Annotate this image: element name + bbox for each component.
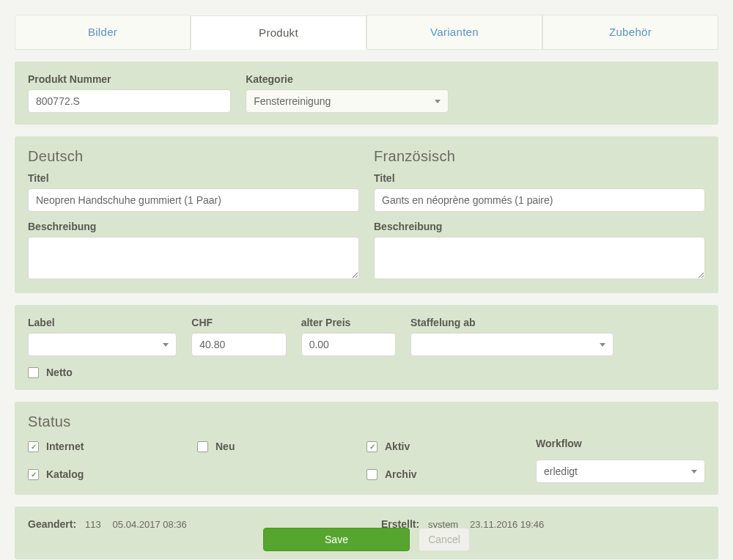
category-select[interactable]: Fensterreinigung <box>246 89 449 113</box>
german-title-input[interactable] <box>28 188 359 212</box>
workflow-select[interactable]: erledigt <box>536 460 705 483</box>
chevron-down-icon <box>435 100 441 103</box>
label-product-number: Produkt Nummer <box>28 73 231 85</box>
archiv-label: Archiv <box>385 468 417 480</box>
chevron-down-icon <box>691 470 697 474</box>
label-oldprice: alter Preis <box>301 317 396 328</box>
panel-status: Status Internet Neu Aktiv Workflow Katal… <box>15 402 718 495</box>
label-select[interactable] <box>28 333 177 356</box>
tier-select[interactable] <box>410 333 614 356</box>
save-button[interactable]: Save <box>263 528 410 551</box>
tab-produkt[interactable]: Produkt <box>191 15 366 50</box>
label-workflow: Workflow <box>536 438 705 449</box>
oldprice-input[interactable] <box>301 333 396 356</box>
chevron-down-icon <box>163 343 169 347</box>
chf-input[interactable] <box>191 333 286 356</box>
internet-label: Internet <box>46 441 84 452</box>
heading-french: Französisch <box>374 148 705 165</box>
heading-status: Status <box>28 413 705 430</box>
chevron-down-icon <box>600 343 605 347</box>
label-category: Kategorie <box>246 73 449 85</box>
netto-checkbox[interactable] <box>28 367 39 378</box>
label-tier: Staffelung ab <box>410 317 614 328</box>
workflow-select-value: erledigt <box>544 465 578 477</box>
label-german-title: Titel <box>28 172 359 184</box>
footer-bar: Save Cancel <box>0 522 733 559</box>
tab-bilder[interactable]: Bilder <box>15 15 191 49</box>
label-french-title: Titel <box>374 172 705 184</box>
aktiv-label: Aktiv <box>385 441 410 452</box>
katalog-checkbox[interactable] <box>28 469 39 480</box>
category-select-value: Fensterreinigung <box>254 95 331 107</box>
aktiv-checkbox[interactable] <box>366 441 377 452</box>
french-desc-textarea[interactable] <box>374 237 705 279</box>
label-french-desc: Beschreibung <box>374 221 705 232</box>
panel-product-id: Produkt Nummer Kategorie Fensterreinigun… <box>15 62 718 125</box>
tab-varianten[interactable]: Varianten <box>366 15 542 49</box>
french-title-input[interactable] <box>374 188 705 212</box>
neu-checkbox[interactable] <box>197 441 208 452</box>
label-label: Label <box>28 317 177 328</box>
product-number-input[interactable] <box>28 89 231 113</box>
label-chf: CHF <box>191 317 286 328</box>
katalog-label: Katalog <box>46 468 84 480</box>
archiv-checkbox[interactable] <box>366 469 377 480</box>
internet-checkbox[interactable] <box>28 441 39 452</box>
netto-label: Netto <box>46 366 73 378</box>
tab-zubehoer[interactable]: Zubehör <box>542 15 718 49</box>
tabs-bar: Bilder Produkt Varianten Zubehör <box>15 15 718 50</box>
panel-languages: Deutsch Titel Beschreibung Französisch T… <box>15 136 718 293</box>
neu-label: Neu <box>216 441 235 452</box>
heading-german: Deutsch <box>28 148 359 165</box>
panel-pricing: Label CHF alter Preis Staffelung ab <box>15 305 718 390</box>
cancel-button[interactable]: Cancel <box>419 528 470 551</box>
german-desc-textarea[interactable] <box>28 237 359 279</box>
label-german-desc: Beschreibung <box>28 221 359 232</box>
